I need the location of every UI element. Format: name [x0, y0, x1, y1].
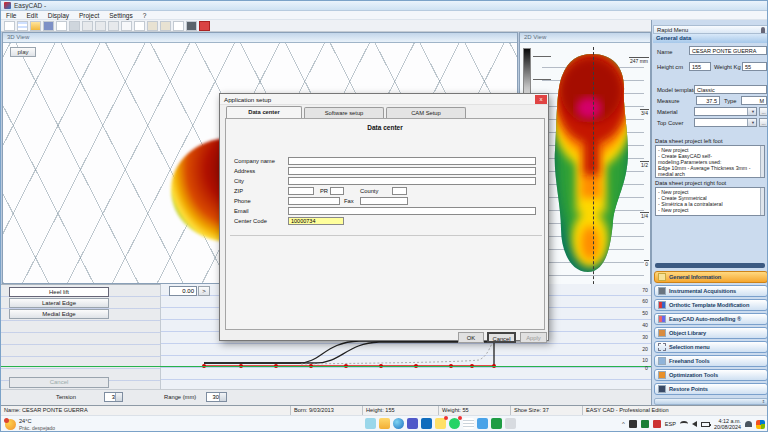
weight-field[interactable]: 55 [742, 62, 767, 71]
sidebar-menu-item[interactable]: Restore Points [654, 383, 768, 395]
new-icon[interactable] [4, 21, 15, 31]
lateral-edge-button[interactable]: Lateral Edge [9, 298, 109, 308]
tray-chevron-icon[interactable]: ^ [622, 421, 625, 427]
datasheet-left-box[interactable]: - New project- Create EasyCAD self-model… [655, 145, 765, 178]
paint-icon[interactable] [365, 418, 376, 429]
menu-item[interactable]: ? [143, 12, 147, 19]
wifi-icon[interactable] [680, 421, 688, 427]
phone-input[interactable] [288, 197, 340, 205]
top-cover-browse-button[interactable]: ... [759, 118, 768, 127]
calibration-icon[interactable] [173, 21, 184, 31]
close-icon[interactable]: x [535, 95, 547, 104]
tray-app-icon-3[interactable] [653, 420, 661, 428]
pin-icon[interactable] [761, 27, 765, 33]
menu-item[interactable]: File [6, 12, 16, 19]
company-name-input[interactable] [288, 157, 536, 165]
datasheet-right-scrollbar[interactable] [760, 188, 764, 215]
store-icon[interactable] [421, 418, 432, 429]
name-field[interactable]: CESAR PONTE GUERRA [689, 46, 767, 55]
print-icon[interactable] [69, 21, 80, 31]
tray-app-icon-2[interactable] [641, 420, 649, 428]
range-spinner[interactable]: 30 [206, 392, 227, 402]
city-input[interactable] [288, 177, 536, 185]
tray-app-icon-1[interactable] [629, 420, 637, 428]
menu-item[interactable]: Project [79, 12, 99, 19]
top-cover-select[interactable] [694, 118, 757, 127]
cancel-edit-button[interactable]: Cancel [9, 377, 109, 388]
type-field[interactable]: M [741, 96, 767, 105]
photos-icon[interactable] [477, 418, 488, 429]
pr-input[interactable] [330, 187, 344, 195]
offset-input[interactable]: 0.00 [169, 286, 197, 296]
email-input[interactable] [288, 207, 536, 215]
play-button[interactable]: play [10, 47, 36, 57]
heel-lift-button[interactable]: Heel lift [9, 287, 109, 297]
cut-icon[interactable] [95, 21, 106, 31]
easycad-icon[interactable] [505, 418, 516, 429]
volume-icon[interactable] [692, 421, 697, 427]
sidebar-menu-item[interactable]: Object Library [654, 327, 768, 339]
height-field[interactable]: 155 [689, 62, 711, 71]
apply-button[interactable]: Apply [520, 332, 547, 343]
grid-icon[interactable] [17, 21, 28, 31]
county-input[interactable] [392, 187, 407, 195]
measure-field[interactable]: 37.5 [696, 96, 720, 105]
clock[interactable]: 4:12 a.m. 20/08/2024 [714, 418, 741, 430]
sidebar-menu-item[interactable]: Instrumental Acquisitions [654, 285, 768, 297]
datasheet-right-box[interactable]: - New project- Create Symmetrical- Simét… [655, 187, 765, 216]
menu-item[interactable]: Settings [109, 12, 133, 19]
magnet-icon[interactable] [121, 21, 132, 31]
open-icon[interactable] [30, 21, 41, 31]
hammer-icon[interactable] [160, 21, 171, 31]
tab-data-center[interactable]: Data center [226, 106, 302, 118]
ok-button[interactable]: OK [458, 332, 484, 343]
stop-icon[interactable] [199, 21, 210, 31]
tab-software-setup[interactable]: Software setup [304, 107, 384, 118]
menu-scroll-strip[interactable]: ⇕ [654, 398, 768, 405]
tension-spinner[interactable]: 3 [104, 392, 123, 402]
cancel-button[interactable]: Cancel [487, 332, 516, 343]
widgets-icon[interactable] [756, 420, 765, 429]
sidebar-menu-item[interactable]: Optimization Tools [654, 369, 768, 381]
weather-temp[interactable]: 24°C [19, 418, 32, 424]
wrench-icon[interactable] [147, 21, 158, 31]
pen-icon[interactable] [134, 21, 145, 31]
edge-icon[interactable] [393, 418, 404, 429]
whatsapp-icon[interactable] [449, 418, 460, 429]
medial-edge-button[interactable]: Medial Edge [9, 309, 109, 319]
weather-desc[interactable]: Prác. despejado [19, 425, 55, 431]
fax-input[interactable] [360, 197, 408, 205]
notifications-bell-icon[interactable] [745, 421, 752, 427]
sidebar-menu-item[interactable]: Selection menu [654, 341, 768, 353]
save-icon[interactable] [43, 21, 54, 31]
menu-item[interactable]: Display [48, 12, 69, 19]
battery-icon[interactable] [701, 422, 710, 427]
datasheet-left-scrollbar[interactable] [760, 146, 764, 177]
model-template-field[interactable]: Classic [694, 85, 767, 94]
center-code-input[interactable]: 10000734 [288, 217, 344, 225]
preview-icon[interactable] [56, 21, 67, 31]
material-browse-button[interactable]: ... [759, 107, 768, 116]
sidebar-menu-item[interactable]: Orthotic Template Modification [654, 299, 768, 311]
f5-icon[interactable] [491, 418, 502, 429]
menu-item[interactable]: Edit [26, 12, 37, 19]
tab-cam-setup[interactable]: CAM Setup [386, 107, 466, 118]
rapid-menu-header[interactable]: Rapid Menu [653, 25, 768, 34]
copy-icon[interactable] [82, 21, 93, 31]
sidebar-menu-item[interactable]: EasyCAD Auto-modelling ® [654, 313, 768, 325]
sidebar-menu-item[interactable]: Freehand Tools [654, 355, 768, 367]
stickynotes-icon[interactable] [435, 418, 446, 429]
address-input[interactable] [288, 167, 536, 175]
sidebar-menu-item[interactable]: General Information [654, 271, 768, 283]
collapsed-panel-strip[interactable] [655, 263, 765, 268]
offset-apply-button[interactable]: > [198, 286, 210, 296]
paste-icon[interactable] [108, 21, 119, 31]
notepad-icon[interactable] [463, 418, 474, 429]
material-select[interactable] [694, 107, 757, 116]
explorer-icon[interactable] [379, 418, 390, 429]
teams-icon[interactable] [407, 418, 418, 429]
zip-input[interactable] [288, 187, 314, 195]
camera-icon[interactable] [186, 21, 197, 31]
language-indicator[interactable]: ESP [665, 421, 676, 427]
weather-icon[interactable] [5, 419, 16, 430]
